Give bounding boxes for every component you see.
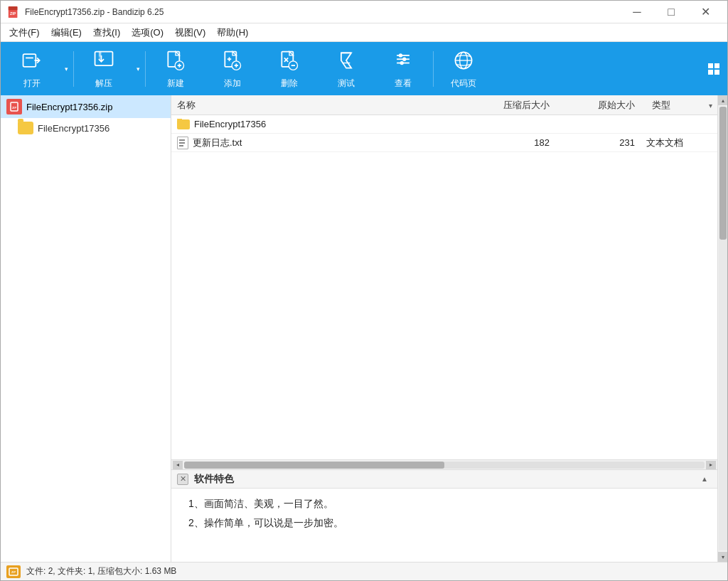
sep2 xyxy=(145,51,146,87)
sidebar-item-zip[interactable]: ZIP FileEncrypt17356.zip xyxy=(1,95,171,118)
hscroll-left-arrow[interactable]: ◂ xyxy=(173,461,183,469)
open-btn-group: 打开 ▾ xyxy=(4,44,72,94)
info-scroll-up-button[interactable]: ▲ xyxy=(697,472,712,486)
file-name-label: 更新日志.txt xyxy=(193,137,242,149)
sep3 xyxy=(433,51,434,87)
new-button[interactable]: 新建 xyxy=(147,44,204,94)
file-row-type: 文本文档 xyxy=(646,137,717,149)
add-label: 添加 xyxy=(224,78,241,90)
file-row-name: 更新日志.txt xyxy=(171,137,476,149)
extract-label: 解压 xyxy=(95,78,112,90)
menu-options[interactable]: 选项(O) xyxy=(126,24,169,41)
open-icon xyxy=(19,48,45,73)
sep1 xyxy=(73,51,74,87)
svg-rect-23 xyxy=(714,63,719,68)
title-bar-text: FileEncrypt17356.zip - Bandizip 6.25 xyxy=(25,7,621,17)
title-bar-controls: ─ □ ✕ xyxy=(621,1,722,23)
sidebar-zip-label: FileEncrypt17356.zip xyxy=(26,102,112,112)
col-original-header[interactable]: 原始大小 xyxy=(561,96,646,114)
svg-text:ZIP: ZIP xyxy=(11,570,16,574)
status-bar: ZIP 文件: 2, 文件夹: 1, 压缩包大小: 1.63 MB xyxy=(1,562,727,580)
app-window: ZIP FileEncrypt17356.zip - Bandizip 6.25… xyxy=(0,0,728,581)
svg-rect-25 xyxy=(714,70,719,75)
table-row[interactable]: FileEncrypt17356 xyxy=(171,115,717,134)
view-button[interactable]: 查看 xyxy=(375,44,432,94)
vertical-scrollbar[interactable]: ▴ ▾ xyxy=(717,95,727,562)
main-content: ZIP FileEncrypt17356.zip FileEncrypt1735… xyxy=(1,95,727,562)
hscroll-thumb[interactable] xyxy=(184,462,444,469)
view-label: 查看 xyxy=(395,78,412,90)
vscroll-up-arrow[interactable]: ▴ xyxy=(718,95,728,105)
status-zip-icon: ZIP xyxy=(6,565,21,578)
info-close-button[interactable]: ✕ xyxy=(177,474,188,485)
file-row-name: FileEncrypt17356 xyxy=(171,119,476,129)
extract-button[interactable]: 解压 xyxy=(75,44,132,94)
info-title: 软件特色 xyxy=(194,473,234,486)
menu-find[interactable]: 查找(I) xyxy=(87,24,126,41)
zip-file-icon: ZIP xyxy=(6,99,22,114)
folder-icon xyxy=(18,122,33,134)
status-text: 文件: 2, 文件夹: 1, 压缩包大小: 1.63 MB xyxy=(26,565,176,577)
info-panel-header: ✕ 软件特色 ▲ xyxy=(171,470,717,489)
hscroll-right-arrow[interactable]: ▸ xyxy=(706,461,716,469)
open-label: 打开 xyxy=(23,78,41,90)
horizontal-scrollbar[interactable]: ◂ ▸ xyxy=(171,459,717,469)
header-dropdown-button[interactable]: ▾ xyxy=(703,95,717,115)
info-item-2: 2、操作简单，可以说是一步加密。 xyxy=(188,513,700,533)
file-row-original: 231 xyxy=(561,137,646,148)
toolbar-right xyxy=(703,58,724,80)
menu-bar: 文件(F) 编辑(E) 查找(I) 选项(O) 视图(V) 帮助(H) xyxy=(1,23,727,42)
add-button[interactable]: 添加 xyxy=(204,44,261,94)
sidebar-item-folder[interactable]: FileEncrypt17356 xyxy=(1,118,171,138)
table-row[interactable]: 更新日志.txt 182 231 文本文档 xyxy=(171,134,717,152)
svg-rect-3 xyxy=(23,54,36,67)
menu-edit[interactable]: 编辑(E) xyxy=(46,24,87,41)
maximize-button[interactable]: □ xyxy=(655,1,687,23)
add-icon xyxy=(220,48,245,73)
svg-text:ZIP: ZIP xyxy=(10,11,16,15)
vscroll-thumb[interactable] xyxy=(719,107,727,240)
extract-btn-group: 解压 ▾ xyxy=(75,44,144,94)
col-compressed-header[interactable]: 压缩后大小 xyxy=(476,96,561,114)
test-label: 测试 xyxy=(338,78,355,90)
delete-button[interactable]: 删除 xyxy=(261,44,318,94)
file-list-area: 名称 压缩后大小 原始大小 类型 ▾ FileEncrypt17356 xyxy=(171,95,717,459)
txt-small-icon xyxy=(177,137,188,149)
svg-rect-5 xyxy=(99,52,102,57)
codepage-icon xyxy=(451,48,476,73)
new-icon xyxy=(163,48,188,73)
info-content: 1、画面简洁、美观，一目了然。 2、操作简单，可以说是一步加密。 xyxy=(171,489,717,538)
info-panel: ✕ 软件特色 ▲ 1、画面简洁、美观，一目了然。 2、操作简单，可以说是一步加密… xyxy=(171,469,717,562)
close-button[interactable]: ✕ xyxy=(689,1,722,23)
svg-rect-6 xyxy=(99,57,102,60)
app-icon: ZIP xyxy=(6,5,21,19)
open-button[interactable]: 打开 xyxy=(4,44,60,94)
grid-view-button[interactable] xyxy=(703,58,724,80)
file-name-label: FileEncrypt17356 xyxy=(194,119,266,129)
svg-point-16 xyxy=(399,53,402,57)
svg-text:ZIP: ZIP xyxy=(12,106,17,110)
file-row-compressed: 182 xyxy=(476,137,561,148)
new-label: 新建 xyxy=(167,78,184,90)
extract-arrow[interactable]: ▾ xyxy=(132,44,144,94)
svg-point-18 xyxy=(400,61,404,65)
test-button[interactable]: 测试 xyxy=(318,44,375,94)
col-name-header[interactable]: 名称 xyxy=(171,96,476,114)
title-bar: ZIP FileEncrypt17356.zip - Bandizip 6.25… xyxy=(1,1,727,23)
info-item-1: 1、画面简洁、美观，一目了然。 xyxy=(188,494,700,513)
file-rows: FileEncrypt17356 xyxy=(171,115,717,459)
svg-point-17 xyxy=(402,58,406,61)
menu-view[interactable]: 视图(V) xyxy=(169,24,211,41)
svg-rect-1 xyxy=(9,6,18,9)
minimize-button[interactable]: ─ xyxy=(621,1,653,23)
svg-rect-22 xyxy=(708,63,713,68)
vscroll-down-arrow[interactable]: ▾ xyxy=(718,552,728,562)
open-arrow[interactable]: ▾ xyxy=(60,44,72,94)
codepage-button[interactable]: 代码页 xyxy=(435,44,492,94)
menu-file[interactable]: 文件(F) xyxy=(4,24,46,41)
vscroll-track[interactable] xyxy=(719,107,727,550)
file-list-header: 名称 压缩后大小 原始大小 类型 ▾ xyxy=(171,95,717,115)
menu-help[interactable]: 帮助(H) xyxy=(211,24,254,41)
delete-icon xyxy=(277,48,302,73)
hscroll-track[interactable] xyxy=(184,462,705,469)
